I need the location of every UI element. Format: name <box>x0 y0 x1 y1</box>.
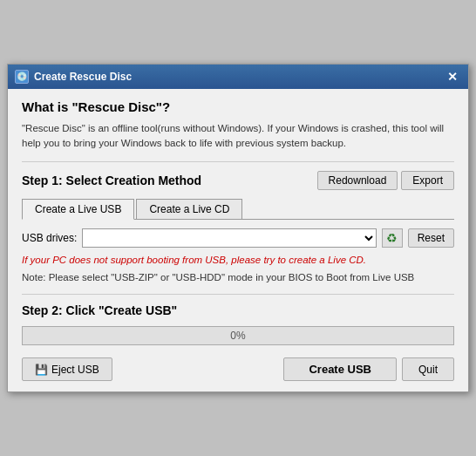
eject-icon: 💾 <box>35 364 48 376</box>
step1-header: Step 1: Select Creation Method Redownloa… <box>22 171 454 190</box>
titlebar-left: 💿 Create Rescue Disc <box>15 70 132 84</box>
eject-button[interactable]: 💾 Eject USB <box>22 357 112 381</box>
refresh-button[interactable]: ♻ <box>382 228 403 248</box>
bottom-buttons: 💾 Eject USB Create USB Quit <box>22 357 454 381</box>
header-buttons: Redownload Export <box>317 171 454 190</box>
step2-section: Step 2: Click "Create USB" 0% 💾 Eject US… <box>22 294 454 381</box>
quit-button[interactable]: Quit <box>402 357 454 381</box>
reset-button[interactable]: Reset <box>408 228 454 248</box>
tab-live-cd[interactable]: Create a Live CD <box>136 199 242 219</box>
progress-bar-container: 0% <box>22 326 454 345</box>
content-area: What is "Rescue Disc"? "Rescue Disc" is … <box>8 89 468 392</box>
note-text: Note: Please select "USB-ZIP" or "USB-HD… <box>22 270 454 285</box>
step2-title: Step 2: Click "Create USB" <box>22 303 454 317</box>
create-usb-button[interactable]: Create USB <box>283 357 397 381</box>
eject-label: Eject USB <box>51 364 99 376</box>
progress-label: 0% <box>23 330 453 342</box>
export-button[interactable]: Export <box>401 171 454 190</box>
close-button[interactable]: ✕ <box>444 68 461 85</box>
warning-text: If your PC does not support booting from… <box>22 255 454 265</box>
refresh-icon: ♻ <box>386 231 398 245</box>
window-icon: 💿 <box>15 70 29 84</box>
titlebar: 💿 Create Rescue Disc ✕ <box>8 65 468 89</box>
usb-drives-select[interactable] <box>82 228 376 248</box>
tab-bar: Create a Live USB Create a Live CD <box>22 199 454 220</box>
tab-live-usb[interactable]: Create a Live USB <box>22 199 134 220</box>
redownload-button[interactable]: Redownload <box>317 171 398 190</box>
step1-title: Step 1: Select Creation Method <box>22 174 201 187</box>
usb-drives-label: USB drives: <box>22 232 77 244</box>
usb-drives-row: USB drives: ♻ Reset <box>22 228 454 248</box>
description-text: "Rescue Disc" is an offline tool(runs wi… <box>22 121 454 163</box>
main-window: 💿 Create Rescue Disc ✕ What is "Rescue D… <box>7 64 469 393</box>
main-heading: What is "Rescue Disc"? <box>22 99 454 114</box>
window-title: Create Rescue Disc <box>34 71 132 83</box>
